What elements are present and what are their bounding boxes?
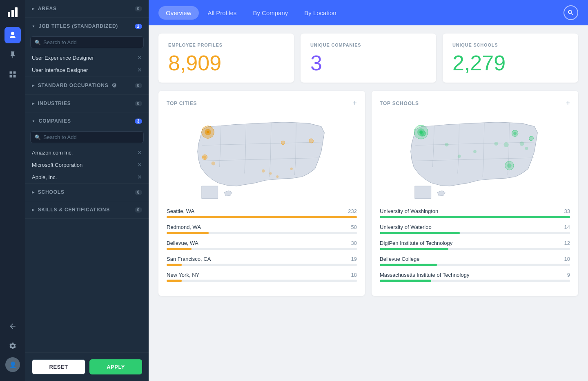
school-count-2: 12 [564,240,570,246]
filter-companies-count: 3 [135,119,142,124]
city-name-0: Seattle, WA [167,208,194,214]
remove-tag-icon[interactable]: ✕ [137,174,142,180]
company-tag-2: Apple, Inc. ✕ [25,171,149,183]
content-area: EMPLOYEE PROFILES 8,909 UNIQUE COMPANIES… [149,25,588,381]
svg-point-7 [309,139,314,143]
school-count-0: 33 [564,208,570,214]
tab-by-location[interactable]: By Location [297,6,343,20]
school-bar-1: University of Waterloo 14 [380,224,570,234]
filter-section-industries-header[interactable]: ▶ INDUSTRIES 0 [25,95,149,112]
nav-icon-bookmark[interactable] [4,27,21,43]
city-name-3: San Francisco, CA [167,256,211,262]
chevron-down-icon: ▼ [32,119,36,123]
tab-overview[interactable]: Overview [158,6,199,20]
cities-map [167,111,357,205]
main-content: Overview All Profiles By Company By Loca… [149,0,588,381]
remove-tag-icon[interactable]: ✕ [137,54,142,61]
svg-point-14 [207,131,209,133]
stat-value-1: 3 [310,52,426,74]
top-cities-header: TOP CITIES + [167,99,357,108]
top-schools-add-button[interactable]: + [566,99,570,108]
city-name-1: Redmond, WA [167,224,201,230]
gear-icon[interactable]: ⚙ [111,82,117,89]
nav-icon-settings[interactable] [4,338,21,354]
chevron-right-icon: ▶ [32,7,35,11]
school-bar-3: Bellevue College 10 [380,256,570,266]
apply-button[interactable]: APPLY [89,359,142,374]
filter-areas-count: 0 [135,6,142,11]
svg-point-12 [276,175,278,178]
tab-all-profiles[interactable]: All Profiles [200,6,244,20]
stats-row: EMPLOYEE PROFILES 8,909 UNIQUE COMPANIES… [158,34,578,83]
tag-label: Apple, Inc. [32,174,57,180]
filter-section-job-titles: ▼ JOB TITLES (STANDARDIZED) 2 🔍 User Exp… [25,18,149,76]
nav-icon-pin[interactable] [4,47,21,63]
search-button[interactable] [564,5,578,20]
svg-point-24 [494,142,498,146]
filter-section-schools-header[interactable]: ▶ SCHOOLS 0 [25,184,149,201]
remove-tag-icon[interactable]: ✕ [137,67,142,73]
filter-section-companies: ▼ COMPANIES 3 🔍 Amazon.com Inc. ✕ Micros… [25,112,149,184]
job-title-search-input[interactable] [43,39,139,45]
tag-label: User Experience Designer [32,55,94,61]
nav-icon-back[interactable] [4,318,21,334]
company-tag-1: Microsoft Corporation ✕ [25,159,149,171]
stat-value-0: 8,909 [168,52,284,74]
city-name-2: Bellevue, WA [167,240,198,246]
icon-sidebar-bottom: 👤 [4,318,21,376]
school-name-4: Massachusetts Institute of Technology [380,272,469,278]
filter-section-areas: ▶ AREAS 0 [25,0,149,18]
city-count-1: 50 [351,224,357,230]
stat-card-unique-schools: UNIQUE SCHOOLS 2,279 [443,34,578,83]
schools-map [380,111,570,205]
filter-section-standard-occ-header[interactable]: ▶ STANDARD OCCUPATIONS ⚙ 0 [25,76,149,94]
tag-label: User Interface Designer [32,67,88,73]
svg-point-9 [212,161,215,165]
svg-point-27 [445,143,448,146]
app-logo [5,5,20,20]
school-name-1: University of Waterloo [380,224,432,230]
stat-value-2: 2,279 [452,52,568,74]
chevron-right-icon: ▶ [32,84,35,87]
top-cities-add-button[interactable]: + [352,99,357,108]
nav-icon-grid[interactable] [4,66,21,83]
filter-section-areas-header[interactable]: ▶ AREAS 0 [25,0,149,17]
city-count-4: 18 [351,272,357,278]
filter-section-job-titles-header[interactable]: ▼ JOB TITLES (STANDARDIZED) 2 [25,18,149,35]
top-schools-title: TOP SCHOOLS [380,101,419,106]
cities-bar-list: Seattle, WA 232 Redmond, WA 50 [167,208,357,282]
svg-point-8 [281,141,285,145]
remove-tag-icon[interactable]: ✕ [137,161,142,168]
company-search-input[interactable] [43,134,139,140]
chevron-down-icon: ▼ [32,25,36,28]
remove-tag-icon[interactable]: ✕ [137,149,142,156]
job-title-search-box: 🔍 [30,36,144,48]
svg-rect-1 [11,10,14,17]
svg-point-6 [203,156,207,159]
city-count-2: 30 [351,240,357,246]
reset-button[interactable]: RESET [32,359,85,374]
tab-by-company[interactable]: By Company [245,6,295,20]
filter-sidebar: ▶ AREAS 0 ▼ JOB TITLES (STANDARDIZED) 2 … [25,0,149,381]
city-bar-4: New York, NY 18 [167,272,357,282]
search-icon: 🔍 [35,134,41,140]
filter-section-companies-header[interactable]: ▼ COMPANIES 3 [25,112,149,130]
top-nav: Overview All Profiles By Company By Loca… [149,0,588,25]
filter-section-skills-header[interactable]: ▶ SKILLS & CERTIFICATIONS 0 [25,201,149,218]
top-cities-card: TOP CITIES + [158,91,365,296]
school-bar-0: University of Washington 33 [380,208,570,218]
city-count-0: 232 [348,208,357,214]
stat-label-1: UNIQUE COMPANIES [310,43,426,47]
svg-point-13 [290,168,293,170]
svg-point-23 [504,142,509,147]
chevron-right-icon: ▶ [32,190,35,194]
stat-card-employee-profiles: EMPLOYEE PROFILES 8,909 [158,34,294,83]
city-bar-1: Redmond, WA 50 [167,224,357,234]
user-avatar[interactable]: 👤 [5,357,20,372]
filter-section-schools: ▶ SCHOOLS 0 [25,184,149,201]
filter-section-standard-occ-label: STANDARD OCCUPATIONS [38,83,109,88]
school-bar-2: DigiPen Institute of Technology 12 [380,240,570,250]
school-bar-4: Massachusetts Institute of Technology 9 [380,272,570,282]
filter-footer: RESET APPLY [25,352,149,381]
svg-point-29 [525,147,528,150]
